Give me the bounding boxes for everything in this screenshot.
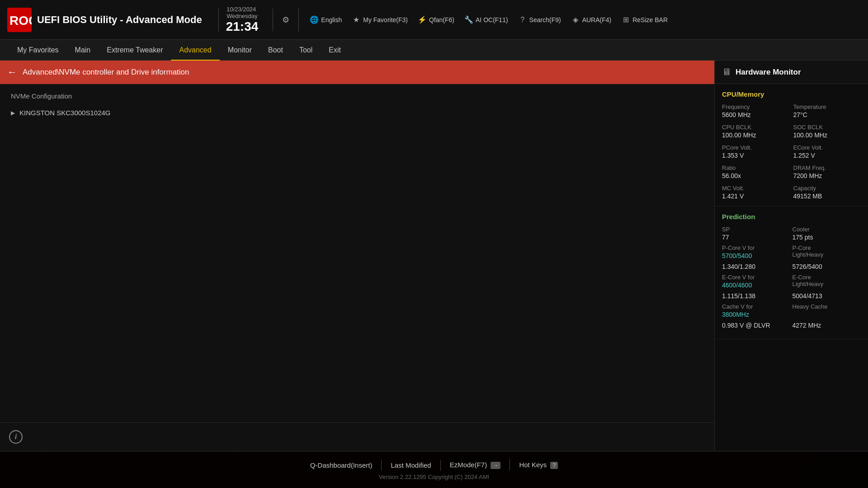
ecore-light-freq: 5004/4713 bbox=[793, 292, 861, 300]
datetime-area: 10/23/2024Wednesday 21:34 bbox=[226, 6, 259, 34]
cooler-cell: Cooler 175 pts bbox=[793, 226, 861, 241]
favorites-label: My Favorite(F3) bbox=[363, 16, 408, 23]
nav-item-advanced[interactable]: Advanced bbox=[171, 40, 219, 61]
content-area: ← Advanced\NVMe controller and Drive inf… bbox=[0, 61, 868, 451]
item-expand-icon: ▶ bbox=[11, 110, 15, 116]
dram-freq-cell: DRAM Freq. 7200 MHz bbox=[793, 164, 861, 179]
ratio-value: 56.00x bbox=[722, 172, 790, 179]
bottom-actions: Q-Dashboard(Insert) Last Modified EzMode… bbox=[301, 459, 567, 471]
ecore-light-label: E-CoreLight/Heavy bbox=[793, 274, 861, 287]
cache-row: Cache V for 3800MHz Heavy Cache bbox=[722, 303, 861, 318]
list-item[interactable]: ▶ KINGSTON SKC3000S1024G bbox=[0, 104, 714, 121]
pcore-light-label: P-CoreLight/Heavy bbox=[793, 244, 861, 258]
pcore-volt-label: PCore Volt. bbox=[722, 144, 790, 151]
pcore-v-freq: 5700/5400 bbox=[722, 252, 791, 259]
ecore-volt-label: ECore Volt. bbox=[793, 144, 861, 151]
monitor-icon: 🖥 bbox=[722, 67, 731, 77]
resizebar-label: ReSize BAR bbox=[632, 16, 668, 23]
ecore-light-cell: E-CoreLight/Heavy bbox=[793, 274, 861, 289]
rog-logo-icon: ROG bbox=[7, 8, 32, 32]
cooler-label: Cooler bbox=[793, 226, 861, 233]
settings-icon[interactable]: ⚙ bbox=[280, 13, 291, 27]
pcore-light-freq: 5726/5400 bbox=[793, 263, 861, 270]
cpu-bclk-label: CPU BCLK bbox=[722, 124, 790, 131]
prediction-section: Prediction SP 77 Cooler 175 pts P-Core V… bbox=[715, 206, 868, 339]
nav-menu: My Favorites Main Extreme Tweaker Advanc… bbox=[0, 40, 868, 61]
toolbar-language[interactable]: 🌐 English bbox=[306, 14, 345, 26]
ecore-v-row: E-Core V for 4600/4600 E-CoreLight/Heavy bbox=[722, 274, 861, 289]
nav-item-monitor[interactable]: Monitor bbox=[220, 40, 260, 61]
ecore-light-value-cell: 5004/4713 bbox=[793, 292, 861, 300]
capacity-label: Capacity bbox=[793, 185, 861, 192]
date-display: 10/23/2024Wednesday bbox=[226, 6, 257, 19]
mc-volt-cell: MC Volt. 1.421 V bbox=[722, 185, 790, 200]
cache-v-value-cell: 0.983 V @ DLVR bbox=[722, 322, 791, 329]
ratio-cell: Ratio 56.00x bbox=[722, 164, 790, 179]
temperature-value: 27°C bbox=[793, 111, 861, 118]
svg-text:ROG: ROG bbox=[9, 14, 32, 28]
breadcrumb-text: Advanced\NVMe controller and Drive infor… bbox=[23, 68, 189, 77]
toolbar-aura[interactable]: ◈ AURA(F4) bbox=[567, 14, 615, 26]
hotkeys-button[interactable]: Hot Keys ? bbox=[510, 459, 567, 471]
heavy-cache-cell: Heavy Cache bbox=[793, 303, 861, 318]
ecore-values-row: 1.115/1.138 5004/4713 bbox=[722, 292, 861, 300]
toolbar-items: 🌐 English ★ My Favorite(F3) ⚡ Qfan(F6) 🔧… bbox=[306, 14, 671, 26]
ecore-volt-cell: ECore Volt. 1.252 V bbox=[793, 144, 861, 159]
divider-1 bbox=[218, 9, 219, 31]
nav-item-exit[interactable]: Exit bbox=[321, 40, 349, 61]
cache-v-label: Cache V for bbox=[722, 303, 791, 310]
ecore-v-value-cell: 1.115/1.138 bbox=[722, 292, 791, 300]
last-modified-button[interactable]: Last Modified bbox=[382, 460, 440, 471]
top-bar: ROG UEFI BIOS Utility - Advanced Mode 10… bbox=[0, 0, 868, 40]
soc-bclk-cell: SOC BCLK 100.00 MHz bbox=[793, 124, 861, 139]
nav-item-boot[interactable]: Boot bbox=[260, 40, 291, 61]
dram-freq-value: 7200 MHz bbox=[793, 172, 861, 179]
pcore-v-row: P-Core V for 5700/5400 P-CoreLight/Heavy bbox=[722, 244, 861, 259]
ezmode-arrow-icon: → bbox=[491, 462, 500, 469]
cpu-bclk-value: 100.00 MHz bbox=[722, 131, 790, 139]
qdashboard-button[interactable]: Q-Dashboard(Insert) bbox=[301, 460, 382, 471]
frequency-value: 5600 MHz bbox=[722, 111, 790, 118]
language-label: English bbox=[321, 16, 342, 23]
search-label: Search(F9) bbox=[529, 16, 561, 23]
toolbar-resizebar[interactable]: ⊞ ReSize BAR bbox=[618, 14, 671, 26]
info-icon[interactable]: i bbox=[9, 430, 23, 444]
heavy-cache-label: Heavy Cache bbox=[793, 303, 861, 310]
ecore-v-label: E-Core V for bbox=[722, 274, 791, 281]
capacity-value: 49152 MB bbox=[793, 192, 861, 200]
qdashboard-label: Q-Dashboard(Insert) bbox=[310, 461, 373, 469]
hotkeys-icon: ? bbox=[550, 462, 558, 469]
pcore-v-cell: P-Core V for 5700/5400 bbox=[722, 244, 791, 259]
globe-icon: 🌐 bbox=[310, 15, 319, 24]
nav-item-tool[interactable]: Tool bbox=[291, 40, 321, 61]
info-area: i bbox=[0, 422, 714, 451]
nav-item-main[interactable]: Main bbox=[67, 40, 99, 61]
heavy-cache-value-cell: 4272 MHz bbox=[793, 322, 861, 329]
toolbar-search[interactable]: ? Search(F9) bbox=[514, 14, 565, 26]
ezmode-button[interactable]: EzMode(F7) → bbox=[441, 459, 510, 471]
capacity-cell: Capacity 49152 MB bbox=[793, 185, 861, 200]
back-arrow-icon[interactable]: ← bbox=[7, 66, 17, 78]
toolbar-aioc[interactable]: 🔧 AI OC(F11) bbox=[461, 14, 512, 26]
pcore-light-value-cell: 5726/5400 bbox=[793, 263, 861, 270]
breadcrumb-bar: ← Advanced\NVMe controller and Drive inf… bbox=[0, 61, 714, 84]
oc-icon: 🔧 bbox=[464, 15, 473, 24]
aioc-label: AI OC(F11) bbox=[476, 16, 508, 23]
nav-item-extreme[interactable]: Extreme Tweaker bbox=[99, 40, 171, 61]
toolbar-qfan[interactable]: ⚡ Qfan(F6) bbox=[414, 14, 458, 26]
resize-icon: ⊞ bbox=[621, 15, 630, 24]
pcore-v-label: P-Core V for bbox=[722, 244, 791, 251]
nav-item-favorites[interactable]: My Favorites bbox=[9, 40, 67, 61]
soc-bclk-label: SOC BCLK bbox=[793, 124, 861, 131]
ezmode-label: EzMode(F7) bbox=[450, 461, 487, 469]
left-panel: ← Advanced\NVMe controller and Drive inf… bbox=[0, 61, 714, 451]
hw-monitor-title: Hardware Monitor bbox=[736, 68, 801, 77]
hotkeys-label: Hot Keys bbox=[519, 461, 547, 469]
ecore-v-ratio: 1.115/1.138 bbox=[722, 292, 791, 300]
ratio-label: Ratio bbox=[722, 164, 790, 171]
version-text: Version 2.22.1295 Copyright (C) 2024 AMI bbox=[379, 474, 489, 480]
heavy-cache-freq: 4272 MHz bbox=[793, 322, 861, 329]
toolbar-favorites[interactable]: ★ My Favorite(F3) bbox=[348, 14, 411, 26]
hw-monitor-header: 🖥 Hardware Monitor bbox=[715, 61, 868, 84]
frequency-cell: Frequency 5600 MHz bbox=[722, 103, 790, 118]
